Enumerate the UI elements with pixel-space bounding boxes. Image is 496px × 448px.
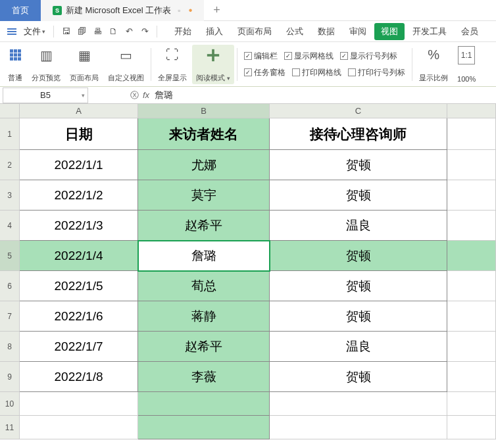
- row-header[interactable]: 6: [0, 271, 20, 301]
- cell[interactable]: 2022/1/4: [20, 241, 138, 271]
- dropdown-icon[interactable]: ▾: [82, 92, 85, 99]
- cell[interactable]: 赵希平: [138, 332, 270, 362]
- row-header[interactable]: 9: [0, 362, 20, 392]
- cell[interactable]: 接待心理咨询师: [270, 118, 447, 150]
- tab-document[interactable]: S 新建 Microsoft Excel 工作表 ▫ •: [41, 0, 204, 21]
- cell[interactable]: [447, 332, 496, 362]
- app-menu-icon[interactable]: [5, 25, 18, 38]
- cell[interactable]: 2022/1/6: [20, 301, 138, 332]
- row-header[interactable]: 4: [0, 211, 20, 241]
- cell[interactable]: 詹璐: [138, 241, 270, 271]
- check-showrowcol[interactable]: 显示行号列标: [340, 51, 397, 62]
- tab-review[interactable]: 审阅: [343, 23, 373, 40]
- cell[interactable]: [270, 416, 447, 439]
- tab-start[interactable]: 开始: [168, 23, 198, 40]
- cell[interactable]: 贺顿: [270, 362, 447, 392]
- cell[interactable]: [447, 301, 496, 332]
- cell[interactable]: [447, 118, 496, 150]
- tab-pagelayout[interactable]: 页面布局: [231, 23, 278, 40]
- zoom-ratio-button[interactable]: % 显示比例: [415, 45, 452, 84]
- cell[interactable]: 温良: [270, 332, 447, 362]
- cell[interactable]: 尤娜: [138, 150, 270, 180]
- cell[interactable]: 莫宇: [138, 180, 270, 211]
- check-printgrid[interactable]: 打印网格线: [292, 67, 341, 78]
- new-tab-button[interactable]: +: [204, 3, 230, 17]
- cell[interactable]: 2022/1/7: [20, 332, 138, 362]
- zoom-100-button[interactable]: 1:1 100%: [453, 45, 480, 84]
- cell[interactable]: 贺顿: [270, 180, 447, 211]
- check-taskpane[interactable]: 任务窗格: [244, 67, 285, 78]
- cell[interactable]: 温良: [270, 211, 447, 241]
- undo-icon[interactable]: ↶: [122, 25, 136, 38]
- page-layout-button[interactable]: ▦ 页面布局: [66, 45, 103, 84]
- cell[interactable]: 贺顿: [270, 150, 447, 180]
- cell[interactable]: 赵希平: [138, 211, 270, 241]
- row-header[interactable]: 2: [0, 150, 20, 180]
- cell[interactable]: [447, 180, 496, 211]
- cell[interactable]: [20, 392, 138, 416]
- row-header[interactable]: 3: [0, 180, 20, 211]
- cell[interactable]: [447, 211, 496, 241]
- name-box[interactable]: B5 ▾: [3, 87, 88, 103]
- minimize-icon[interactable]: ▫: [178, 6, 180, 15]
- row-header[interactable]: 1: [0, 118, 20, 150]
- cell[interactable]: 贺顿: [270, 241, 447, 271]
- tab-home[interactable]: 首页: [0, 0, 41, 21]
- fx-icon[interactable]: fx: [143, 90, 149, 100]
- cell[interactable]: 李薇: [138, 362, 270, 392]
- cell[interactable]: 荀总: [138, 271, 270, 301]
- file-menu[interactable]: 文件▾: [21, 26, 48, 37]
- row-header[interactable]: 5: [0, 241, 20, 271]
- select-all-corner[interactable]: [0, 104, 20, 118]
- view-normal-button[interactable]: 普通: [4, 45, 26, 84]
- cell[interactable]: [20, 416, 138, 439]
- formula-input[interactable]: 詹璐: [149, 89, 496, 101]
- row-header[interactable]: 10: [0, 392, 20, 416]
- tab-formula[interactable]: 公式: [280, 23, 310, 40]
- fullscreen-button[interactable]: ⛶ 全屏显示: [154, 45, 191, 84]
- cell[interactable]: [447, 150, 496, 180]
- cancel-icon[interactable]: ⓧ: [130, 89, 139, 101]
- cell[interactable]: [447, 416, 496, 439]
- col-header-c[interactable]: C: [270, 104, 447, 118]
- tab-view[interactable]: 视图: [374, 23, 405, 40]
- row-header[interactable]: 7: [0, 301, 20, 332]
- page-break-button[interactable]: ▥ 分页预览: [28, 45, 64, 84]
- cell[interactable]: [447, 271, 496, 301]
- tab-data[interactable]: 数据: [311, 23, 341, 40]
- row-header[interactable]: 8: [0, 332, 20, 362]
- cell[interactable]: [447, 362, 496, 392]
- col-header-b[interactable]: B: [138, 104, 270, 118]
- cell[interactable]: [138, 416, 270, 439]
- cell[interactable]: 日期: [20, 118, 138, 150]
- save-icon[interactable]: 🖫: [59, 25, 72, 38]
- cell[interactable]: 2022/1/3: [20, 211, 138, 241]
- check-editbar[interactable]: 编辑栏: [244, 51, 278, 62]
- save-as-icon[interactable]: 🗐: [75, 25, 88, 38]
- col-header-a[interactable]: A: [20, 104, 138, 118]
- custom-view-button[interactable]: ▭ 自定义视图: [104, 45, 148, 84]
- cell[interactable]: 2022/1/2: [20, 180, 138, 211]
- tab-member[interactable]: 会员: [455, 23, 485, 40]
- redo-icon[interactable]: ↷: [138, 25, 151, 38]
- cell[interactable]: 贺顿: [270, 271, 447, 301]
- check-showgrid[interactable]: 显示网格线: [284, 51, 334, 62]
- read-mode-button[interactable]: 阅读模式 ▾: [192, 45, 234, 84]
- check-printrowcol[interactable]: 打印行号列标: [348, 67, 405, 78]
- tab-insert[interactable]: 插入: [199, 23, 230, 40]
- cell[interactable]: 2022/1/5: [20, 271, 138, 301]
- cell[interactable]: [447, 241, 496, 271]
- print-preview-icon[interactable]: 🗋: [107, 25, 120, 38]
- row-header[interactable]: 11: [0, 416, 20, 439]
- cell[interactable]: 2022/1/1: [20, 150, 138, 180]
- print-icon[interactable]: 🖶: [91, 25, 104, 38]
- cell[interactable]: 蒋静: [138, 301, 270, 332]
- cell[interactable]: [138, 392, 270, 416]
- cell[interactable]: 2022/1/8: [20, 362, 138, 392]
- cell[interactable]: [447, 392, 496, 416]
- col-header-d[interactable]: [447, 104, 496, 118]
- cell[interactable]: 来访者姓名: [138, 118, 270, 150]
- cell[interactable]: 贺顿: [270, 301, 447, 332]
- cell[interactable]: [270, 392, 447, 416]
- tab-devtools[interactable]: 开发工具: [406, 23, 453, 40]
